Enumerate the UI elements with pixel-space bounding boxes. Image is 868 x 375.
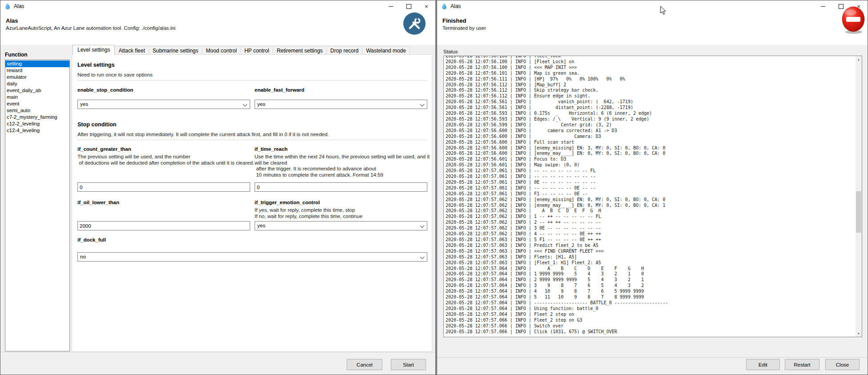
description-line: will be cleared (255, 160, 430, 166)
stop-sign-icon (842, 6, 865, 34)
divider (0, 352, 435, 352)
page-title: Alas (6, 17, 18, 24)
close-window-button[interactable]: Close (825, 359, 860, 370)
function-item-event-daily-ab[interactable]: event_daily_ab (5, 87, 69, 94)
log-scrollbar[interactable]: ▲ ▼ (856, 56, 862, 337)
function-item-daily[interactable]: daily (5, 81, 69, 87)
log-line: 2020-05-28 12:07:56.601 | INFO | Map swi… (446, 162, 854, 168)
divider (437, 357, 868, 358)
log-line: 2020-05-28 12:07:57.064 | INFO | 1 9999 … (446, 271, 854, 277)
description-line: The previous setting will be used, and t… (77, 154, 254, 160)
function-item-semi-auto[interactable]: semi_auto (5, 107, 69, 114)
close-button[interactable]: × (418, 0, 435, 12)
chevron-down-icon (243, 102, 247, 107)
if-count-greater-than-input[interactable] (77, 182, 250, 192)
function-item-setting[interactable]: setting (5, 60, 69, 67)
log-line: 2020-05-28 12:07:56.100 | INFO | fleet_l… (446, 56, 854, 59)
log-line: 2020-05-28 12:07:56.112 | INFO | Ensure … (446, 93, 854, 99)
scroll-down-icon[interactable]: ▼ (856, 330, 862, 337)
alas-logo-icon (4, 3, 11, 10)
log-line: 2020-05-28 12:07:57.066 | INFO | Switch … (446, 323, 854, 329)
scroll-up-icon[interactable]: ▲ (856, 56, 862, 63)
enable-fast-forward-select[interactable]: yes (255, 100, 427, 109)
enable-stop-condition-select[interactable]: yes (77, 100, 250, 109)
log-line: 2020-05-28 12:07:56.600 | INFO | camera … (446, 128, 854, 134)
log-line: 2020-05-28 12:07:57.063 | INFO | Predict… (446, 243, 854, 249)
function-item-reward[interactable]: reward (5, 67, 69, 74)
section-title-level-settings: Level settings (77, 62, 114, 68)
function-item-c7-2-mystery-farming[interactable]: c7-2_mystery_farming (5, 114, 69, 121)
run-status-subtitle: Terminated by user (442, 25, 486, 31)
if-oil-lower-than-input[interactable] (77, 221, 250, 230)
status-log-box: 2020-05-28 12:07:56.100 | INFO | fleet_l… (443, 56, 862, 337)
scrollbar-thumb[interactable] (856, 191, 861, 233)
if-dock-full-select[interactable]: no (77, 252, 427, 262)
desc-if-trigger-emotion-control: If yes, wait for reply, complete this ti… (255, 207, 362, 219)
log-line: 2020-05-28 12:07:57.062 | INFO | [enemy_… (446, 203, 854, 209)
divider (77, 140, 427, 140)
log-line: 2020-05-28 12:07:57.061 | INFO | -- -- -… (446, 168, 854, 174)
log-line: 2020-05-28 12:07:57.061 | INFO | 0E -- -… (446, 180, 854, 185)
settings-tabstrip: Level settings Attack fleet Submarine se… (73, 45, 410, 55)
minimize-button[interactable] (814, 0, 832, 12)
page-subtitle: AzurLaneAutoScript, An Azur Lane automat… (6, 25, 175, 31)
desc-if-count-greater-than: The previous setting will be used, and t… (77, 154, 254, 166)
log-line: 2020-05-28 12:07:57.064 | INFO | Using f… (446, 306, 854, 312)
section-subtitle: After triggering, it will not stop immed… (77, 132, 329, 137)
chevron-down-icon (420, 255, 425, 259)
restart-button[interactable]: Restart (785, 359, 819, 370)
edit-button[interactable]: Edit (746, 359, 780, 370)
tab-mood-control[interactable]: Mood control (202, 46, 241, 55)
log-line: 2020-05-28 12:07:57.062 | INFO | A B C D… (446, 208, 854, 214)
maximize-icon (406, 4, 411, 9)
log-line: 2020-05-28 12:07:56.111 | INFO | [HP] 97… (446, 77, 854, 82)
desc-if-time-reach: Use the time within the next 24 hours, t… (255, 154, 430, 178)
alas-logo-icon (441, 3, 448, 10)
log-line: 2020-05-28 12:07:56.561 | INFO | vanish_… (446, 99, 854, 105)
tab-retirement-settings[interactable]: Retirement settings (273, 46, 327, 55)
tab-drop-record[interactable]: Drop record (326, 46, 362, 55)
label-enable-fast-forward: enable_fast_forward (255, 87, 304, 93)
maximize-button[interactable] (400, 0, 418, 12)
log-line: 2020-05-28 12:07:57.064 | INFO | A B C D… (446, 266, 854, 272)
function-item-emulator[interactable]: emulator (5, 74, 69, 81)
alas-run-window: Alas × Finished Terminated by user Statu (437, 0, 868, 375)
log-line: 2020-05-28 12:07:56.100 | INFO | [Fleet_… (446, 59, 854, 65)
label-if-count-greater-than: if_count_greater_than (77, 146, 131, 152)
function-item-event[interactable]: event (5, 101, 69, 107)
log-line: 2020-05-28 12:07:56.112 | INFO | Skip st… (446, 88, 854, 93)
cancel-button[interactable]: Cancel (347, 359, 382, 370)
function-item-c12-2-leveling[interactable]: c12-2_leveling (5, 121, 69, 127)
tab-wasteland-mode[interactable]: Wasteland mode (362, 46, 410, 55)
minimize-icon (821, 6, 825, 7)
titlebar: Alas × (0, 0, 435, 12)
description-line: 10 minutes to complete the current attac… (255, 172, 430, 178)
log-line: 2020-05-28 12:07:57.064 | INFO | -------… (446, 300, 854, 306)
if-time-reach-input[interactable] (255, 182, 427, 192)
function-item-c12-4-leveling[interactable]: c12-4_leveling (5, 127, 69, 134)
titlebar: Alas × (437, 0, 868, 12)
log-line: 2020-05-28 12:07:56.112 | INFO | [Map_bu… (446, 82, 854, 88)
log-line: 2020-05-28 12:07:57.063 | INFO | Fleets:… (446, 254, 854, 260)
log-line: 2020-05-28 12:07:57.063 | INFO | 5 F1 --… (446, 237, 854, 243)
level-settings-panel: Level settings Need to run once to save … (72, 54, 432, 352)
log-line: 2020-05-28 12:07:56.593 | INFO | 0.175s … (446, 111, 854, 117)
log-line: 2020-05-28 12:07:56.600 | INFO | Camera:… (446, 134, 854, 140)
tab-submarine-settings[interactable]: Submarine settings (149, 46, 203, 55)
minimize-button[interactable] (382, 0, 400, 12)
log-line: 2020-05-28 12:07:56.561 | INFO | distant… (446, 105, 854, 111)
label-if-dock-full: if_dock_full (77, 237, 106, 242)
tools-icon (403, 12, 426, 35)
header: Alas AzurLaneAutoScript, An Azur Lane au… (0, 12, 435, 45)
tab-attack-fleet[interactable]: Attack fleet (114, 46, 149, 55)
start-button[interactable]: Start (391, 359, 426, 370)
tab-level-settings[interactable]: Level settings (73, 45, 115, 55)
log-line: 2020-05-28 12:07:56.601 | INFO | Focus t… (446, 157, 854, 162)
log-line: 2020-05-28 12:07:57.066 | INFO | Fleet_2… (446, 318, 854, 323)
log-line: 2020-05-28 12:07:57.064 | INFO | Fleet 2… (446, 312, 854, 318)
log-lines: 2020-05-28 12:07:56.100 | INFO | fleet_l… (446, 56, 854, 335)
log-line: 2020-05-28 12:07:56.600 | INFO | [enemy_… (446, 151, 854, 157)
function-item-main[interactable]: main (5, 94, 69, 101)
if-trigger-emotion-control-select[interactable]: yes (255, 221, 427, 230)
tab-hp-control[interactable]: HP control (240, 46, 273, 55)
